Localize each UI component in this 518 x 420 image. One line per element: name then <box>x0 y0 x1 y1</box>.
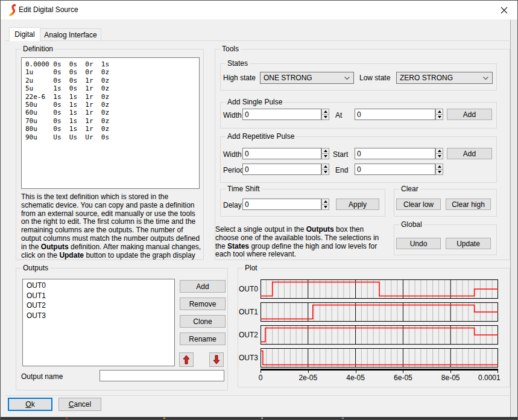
arrow-up-icon <box>182 355 191 364</box>
x-tick-label: 8e-05 <box>441 374 460 382</box>
rep-pulse-width-label: Width <box>223 150 242 159</box>
high-state-label: High state <box>223 74 256 82</box>
down-triangle-icon <box>324 155 327 158</box>
plot-row: OUT1 <box>241 302 501 322</box>
rep-pulse-width-input[interactable] <box>242 148 321 159</box>
add-button[interactable]: Add <box>180 280 226 293</box>
list-item[interactable]: OUT2 <box>23 301 174 311</box>
spinner-down-button[interactable] <box>435 114 443 120</box>
rep-pulse-end-label: End <box>335 166 348 174</box>
ok-button[interactable]: Ok <box>8 398 52 411</box>
plot-row: OUT2 <box>241 325 501 345</box>
up-triangle-icon <box>438 110 441 113</box>
spinner-down-button[interactable] <box>321 114 329 120</box>
x-tick-label: 0 <box>259 374 263 382</box>
x-axis-labels: 02e-054e-056e-058e-050.0001 <box>261 374 498 383</box>
tab-analog-interface[interactable]: Analog Interface <box>40 28 101 41</box>
x-axis-ticks <box>261 371 498 373</box>
arrow-down-icon <box>212 355 221 364</box>
definition-description: This is the text definition which is sto… <box>21 193 203 259</box>
single-pulse-at-label: At <box>335 111 342 119</box>
spinner-down-button[interactable] <box>321 153 329 159</box>
tab-digital[interactable]: Digital <box>9 27 40 41</box>
plot-group: Plot OUT0 OUT1 OUT2 OUT3 02e-054e-056e-0… <box>238 268 510 387</box>
spinner-down-button[interactable] <box>435 169 443 175</box>
single-pulse-at-input[interactable] <box>355 109 435 120</box>
close-button[interactable] <box>496 4 513 16</box>
plot-group-label: Plot <box>243 264 259 273</box>
low-state-label: Low state <box>359 74 390 82</box>
single-pulse-group-label: Add Single Pulse <box>226 98 284 107</box>
clear-low-button[interactable]: Clear low <box>396 199 441 210</box>
apply-button[interactable]: Apply <box>336 199 379 210</box>
rep-pulse-start-label: Start <box>333 150 348 159</box>
outputs-group-label: Outputs <box>21 264 50 273</box>
x-tick-label: 6e-05 <box>394 374 412 382</box>
up-triangle-icon <box>438 165 441 168</box>
rep-pulse-period-input[interactable] <box>242 164 321 175</box>
x-tick-mark <box>308 371 309 373</box>
single-pulse-width-input[interactable] <box>242 109 321 120</box>
chevron-down-icon <box>483 77 488 80</box>
rep-pulse-start-spinner <box>435 148 443 159</box>
undo-button[interactable]: Undo <box>396 238 441 249</box>
rename-button[interactable]: Rename <box>180 332 226 345</box>
rep-pulse-end-input[interactable] <box>355 164 435 175</box>
clone-button[interactable]: Clone <box>180 315 226 328</box>
clear-group-label: Clear <box>399 185 420 194</box>
high-state-value: ONE STRONG <box>264 74 312 82</box>
rep-pulse-period-label: Period <box>223 166 244 174</box>
x-tick-label: 2e-05 <box>298 374 317 382</box>
waveform-out3 <box>261 348 498 368</box>
move-down-button[interactable] <box>209 352 224 367</box>
states-group: States High state ONE STRONG Low state Z… <box>220 63 497 91</box>
single-pulse-add-button[interactable]: Add <box>447 109 492 120</box>
up-triangle-icon <box>324 150 327 152</box>
x-tick-mark <box>450 371 451 373</box>
update-button[interactable]: Update <box>446 238 491 249</box>
edit-digital-source-dialog: Edit Digital Source Digital Analog Inter… <box>0 0 518 420</box>
definition-textarea[interactable]: 0.0000 0s 0s 0r 1s 1u 0s 0s 0r 0z 2u 0s … <box>21 57 200 189</box>
app-icon <box>7 4 17 18</box>
outputs-list[interactable]: OUT0OUT1OUT2OUT3 <box>22 279 175 366</box>
cancel-button[interactable]: Cancel <box>58 398 101 411</box>
clear-group: Clear Clear low Clear high <box>394 189 497 217</box>
plot-label-out1: OUT1 <box>241 302 258 322</box>
output-name-input[interactable] <box>99 370 224 381</box>
rep-pulse-start-input[interactable] <box>355 148 435 159</box>
close-icon <box>501 7 508 14</box>
single-pulse-at-spinner <box>435 109 443 120</box>
title-bar[interactable]: Edit Digital Source <box>1 1 517 19</box>
x-tick-mark <box>403 371 403 373</box>
single-pulse-width-label: Width <box>223 111 242 119</box>
right-scrollbar[interactable] <box>510 20 518 418</box>
delay-label: Delay <box>223 201 242 209</box>
global-group: Global Undo Update <box>394 224 497 255</box>
remove-button[interactable]: Remove <box>180 298 226 310</box>
list-item[interactable]: OUT0 <box>23 281 174 291</box>
high-state-select[interactable]: ONE STRONG <box>260 72 354 84</box>
clear-high-button[interactable]: Clear high <box>446 199 491 210</box>
footer-divider <box>5 395 511 396</box>
plot-label-out0: OUT0 <box>241 279 258 299</box>
single-pulse-group: Add Single Pulse Width At Add <box>220 102 497 129</box>
rep-pulse-period-spinner <box>321 164 329 175</box>
spinner-down-button[interactable] <box>321 204 329 210</box>
rep-pulse-add-button[interactable]: Add <box>447 148 492 159</box>
low-state-select[interactable]: ZERO STRONG <box>396 72 493 84</box>
repetitive-pulse-group: Add Repetitive Pulse Width Start Add Per… <box>220 136 497 183</box>
spinner-down-button[interactable] <box>435 153 443 159</box>
repetitive-pulse-group-label: Add Repetitive Pulse <box>226 132 296 141</box>
up-triangle-icon <box>324 200 327 203</box>
rep-pulse-width-spinner <box>321 148 329 159</box>
down-triangle-icon <box>324 116 327 118</box>
spinner-down-button[interactable] <box>321 169 329 175</box>
time-shift-delay-input[interactable] <box>242 199 321 210</box>
waveform-out1 <box>261 302 498 322</box>
move-up-button[interactable] <box>179 352 194 367</box>
list-item[interactable]: OUT3 <box>23 311 174 321</box>
time-shift-delay-spinner <box>321 199 329 210</box>
down-triangle-icon <box>324 171 327 173</box>
list-item[interactable]: OUT1 <box>23 291 174 301</box>
output-name-label: Output name <box>21 372 63 381</box>
